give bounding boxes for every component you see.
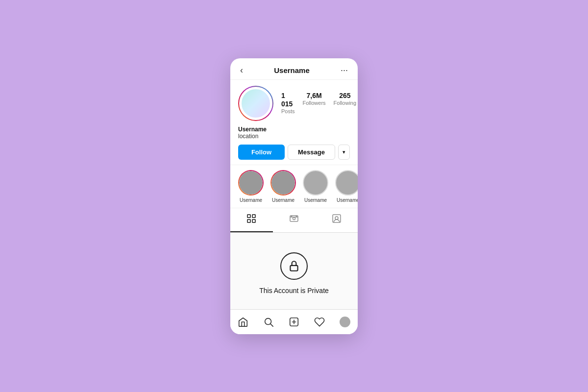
nav-profile-avatar <box>340 317 350 327</box>
svg-rect-0 <box>247 215 250 218</box>
lock-circle <box>280 252 308 280</box>
highlight-circle-4 <box>335 170 358 196</box>
followers-label: Followers <box>303 100 326 106</box>
highlight-label-3: Username <box>304 197 327 203</box>
dropdown-button[interactable]: ▾ <box>338 145 350 160</box>
svg-rect-2 <box>247 220 250 222</box>
profile-top: 1 015 Posts 7,6M Followers 265 Following <box>238 86 350 121</box>
highlight-label-1: Username <box>240 197 262 203</box>
avatar <box>241 88 271 119</box>
svg-point-10 <box>335 217 338 220</box>
stat-followers[interactable]: 7,6M Followers <box>303 92 326 115</box>
action-buttons: Follow Message ▾ <box>238 145 350 160</box>
more-button[interactable]: ··· <box>339 65 350 75</box>
highlight-item-1[interactable]: Username <box>238 170 264 203</box>
posts-value: 1 015 <box>281 92 295 108</box>
search-nav[interactable] <box>261 315 276 329</box>
svg-rect-3 <box>252 220 255 222</box>
svg-rect-11 <box>290 265 297 270</box>
tagged-icon <box>332 214 341 225</box>
highlight-item-4[interactable]: Username <box>335 170 358 203</box>
stat-following[interactable]: 265 Following <box>334 92 356 115</box>
highlight-circle-2 <box>270 170 296 196</box>
highlight-item-2[interactable]: Username <box>270 170 296 203</box>
following-value: 265 <box>339 92 350 100</box>
highlight-item-3[interactable]: Username <box>303 170 328 203</box>
reels-icon <box>290 214 298 225</box>
back-button[interactable]: ‹ <box>238 65 245 75</box>
avatar-ring <box>238 86 273 121</box>
private-content: This Account is Private <box>230 233 358 309</box>
svg-point-8 <box>296 216 297 217</box>
tab-bar <box>230 208 358 233</box>
home-nav[interactable] <box>236 315 250 329</box>
highlight-circle-1 <box>238 170 264 196</box>
add-nav[interactable] <box>287 315 301 329</box>
highlight-avatar-2 <box>271 171 295 195</box>
message-button[interactable]: Message <box>288 145 335 160</box>
avatar-inner <box>239 87 272 120</box>
svg-point-5 <box>293 217 295 220</box>
highlight-circle-3 <box>303 170 328 196</box>
bottom-nav <box>230 309 358 334</box>
follow-button[interactable]: Follow <box>238 145 285 160</box>
activity-nav[interactable] <box>312 315 327 329</box>
tagged-tab[interactable] <box>315 208 358 232</box>
following-label: Following <box>334 100 356 106</box>
highlight-label-4: Username <box>337 197 358 203</box>
avatar-wrap <box>238 86 273 121</box>
profile-info: Username location <box>238 126 350 140</box>
profile-section: 1 015 Posts 7,6M Followers 265 Following… <box>230 80 358 165</box>
profile-header: ‹ Username ··· <box>230 58 358 80</box>
highlights-row: Username Username Username Username <box>230 165 358 208</box>
profile-nav[interactable] <box>338 315 352 329</box>
reels-tab[interactable] <box>273 208 316 232</box>
stat-posts[interactable]: 1 015 Posts <box>281 92 295 115</box>
highlight-label-2: Username <box>272 197 294 203</box>
private-text: This Account is Private <box>259 287 329 294</box>
grid-icon <box>247 214 256 225</box>
lock-icon <box>288 260 300 272</box>
svg-rect-1 <box>252 215 255 218</box>
posts-label: Posts <box>281 108 295 115</box>
followers-value: 7,6M <box>306 92 321 100</box>
phone-frame: ‹ Username ··· 1 015 Posts 7,6M <box>230 58 358 334</box>
profile-name: Username <box>238 126 350 133</box>
grid-tab[interactable] <box>230 208 273 232</box>
highlight-avatar-1 <box>239 171 263 195</box>
stats-row: 1 015 Posts 7,6M Followers 265 Following <box>281 92 356 115</box>
svg-point-7 <box>291 216 292 217</box>
profile-location: location <box>238 133 350 140</box>
svg-line-13 <box>270 324 273 326</box>
header-title: Username <box>274 66 310 74</box>
